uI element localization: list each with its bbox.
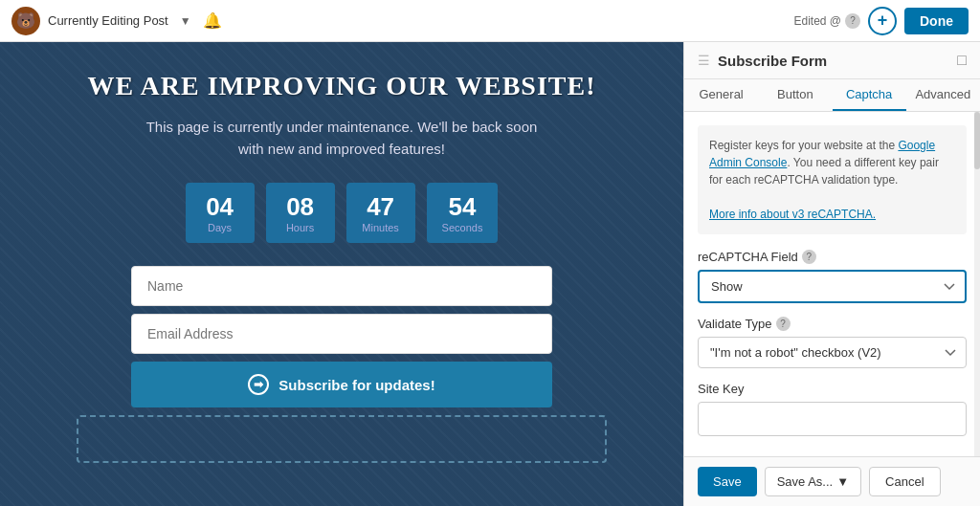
page-title: Currently Editing Post: [48, 13, 168, 28]
bell-icon[interactable]: 🔔: [203, 11, 222, 30]
subscribe-form-panel: ☰ Subscribe Form □ General Button Captch…: [683, 42, 980, 506]
preview-area: We Are Improving Our Website! This page …: [0, 42, 683, 506]
name-input[interactable]: [131, 266, 552, 306]
help-icon[interactable]: ?: [845, 13, 860, 29]
validate-help-icon[interactable]: ?: [776, 317, 791, 331]
countdown-seconds: 54 Seconds: [427, 183, 499, 243]
add-button[interactable]: +: [868, 7, 897, 35]
site-key-label: Site Key: [698, 382, 967, 396]
scrollbar-track: [974, 112, 980, 456]
dashed-placeholder: [77, 415, 607, 463]
topbar: 🐻 Currently Editing Post ▼ 🔔 Edited @ ? …: [0, 0, 980, 42]
panel-title: Subscribe Form: [718, 53, 827, 69]
validate-type-label: Validate Type ?: [698, 317, 967, 331]
panel-footer: Save Save As... ▼ Cancel: [684, 456, 980, 506]
subscribe-form-fields: [131, 266, 552, 354]
site-logo: 🐻: [11, 7, 40, 35]
v3-info-link[interactable]: More info about v3 reCAPTCHA.: [709, 208, 876, 221]
chevron-down-icon[interactable]: ▼: [180, 14, 191, 28]
cancel-button[interactable]: Cancel: [869, 467, 940, 496]
subscribe-button[interactable]: ➡ Subscribe for updates!: [131, 362, 552, 407]
tab-advanced[interactable]: Advanced: [906, 79, 980, 111]
site-key-input[interactable]: [698, 402, 967, 436]
tab-general[interactable]: General: [684, 79, 758, 111]
panel-body: Register keys for your website at the Go…: [684, 112, 980, 456]
recaptcha-field-select[interactable]: Show Hide: [698, 270, 967, 303]
countdown-minutes: 47 Minutes: [346, 183, 415, 243]
main-area: We Are Improving Our Website! This page …: [0, 42, 980, 506]
preview-title: We Are Improving Our Website!: [38, 71, 645, 101]
scrollbar-thumb[interactable]: [974, 112, 980, 169]
panel-header: ☰ Subscribe Form □: [684, 42, 980, 79]
info-box: Register keys for your website at the Go…: [698, 125, 967, 234]
edited-status: Edited @ ?: [793, 13, 860, 29]
countdown-days: 04 Days: [186, 183, 255, 243]
save-as-arrow-icon: ▼: [836, 474, 849, 489]
recaptcha-field-label: reCAPTCHA Field ?: [698, 250, 967, 264]
email-input[interactable]: [131, 314, 552, 354]
minimize-icon[interactable]: □: [957, 52, 967, 69]
tab-captcha[interactable]: Captcha: [833, 79, 906, 111]
drag-handle-icon[interactable]: ☰: [698, 53, 710, 68]
countdown-hours: 08 Hours: [266, 183, 335, 243]
done-button[interactable]: Done: [904, 8, 969, 34]
validate-type-select[interactable]: "I'm not a robot" checkbox (V2) Invisibl…: [698, 337, 967, 368]
arrow-circle-icon: ➡: [248, 374, 269, 395]
save-as-button[interactable]: Save As... ▼: [765, 467, 861, 496]
preview-subtitle: This page is currently under maintenance…: [38, 117, 645, 160]
save-button[interactable]: Save: [698, 467, 757, 496]
recaptcha-help-icon[interactable]: ?: [802, 250, 816, 264]
countdown: 04 Days 08 Hours 47 Minutes 54 Seconds: [38, 183, 645, 243]
panel-tabs: General Button Captcha Advanced: [684, 79, 980, 112]
tab-button[interactable]: Button: [758, 79, 832, 111]
